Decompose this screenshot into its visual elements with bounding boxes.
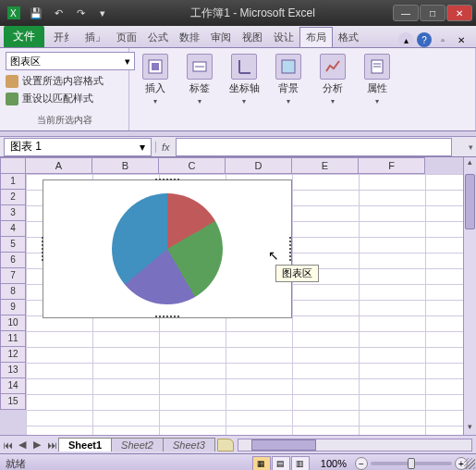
- row-header[interactable]: 4: [0, 221, 26, 237]
- undo-icon[interactable]: ↶: [48, 4, 68, 22]
- pie-chart[interactable]: [112, 193, 223, 304]
- tab-home[interactable]: 开纟: [48, 28, 79, 47]
- embedded-chart[interactable]: [43, 179, 292, 318]
- scroll-down-icon[interactable]: ▾: [464, 422, 476, 435]
- window-close-icon[interactable]: ✕: [454, 32, 469, 47]
- fx-icon[interactable]: fx: [155, 142, 176, 153]
- reset-style-button[interactable]: 重设以匹配样式: [6, 92, 123, 105]
- row-header[interactable]: 3: [0, 205, 26, 221]
- chart-element-selector[interactable]: 图表区 ▾: [6, 52, 135, 70]
- scroll-up-icon[interactable]: ▴: [464, 157, 476, 170]
- zoom-percent[interactable]: 100%: [321, 458, 347, 469]
- tab-insert[interactable]: 插」: [79, 28, 111, 47]
- tab-layout[interactable]: 布局: [299, 27, 333, 47]
- ribbon-body: 图表区 ▾ 设置所选内容格式 重设以匹配样式 当前所选内容 插入▾ 标签▾ 坐标…: [0, 48, 476, 131]
- col-header[interactable]: B: [92, 157, 159, 174]
- axes-button[interactable]: 坐标轴▾: [224, 52, 264, 107]
- titlebar: X 💾 ↶ ↷ ▾ 工作簿1 - Microsoft Excel — □ ✕: [0, 0, 476, 26]
- col-header[interactable]: D: [226, 157, 292, 174]
- window-buttons: — □ ✕: [393, 5, 472, 21]
- tab-data[interactable]: 数排: [174, 28, 205, 47]
- maximize-button[interactable]: □: [420, 5, 445, 21]
- col-header[interactable]: C: [159, 157, 226, 174]
- quick-access-toolbar: X 💾 ↶ ↷ ▾: [4, 4, 113, 22]
- tab-design[interactable]: 设让: [268, 28, 299, 47]
- reset-icon: [6, 93, 18, 105]
- zoom-out-button[interactable]: −: [355, 457, 368, 470]
- svg-rect-8: [282, 60, 295, 73]
- sheet-tab[interactable]: Sheet2: [111, 438, 164, 451]
- row-header[interactable]: 5: [0, 237, 26, 253]
- row-header[interactable]: 7: [0, 268, 26, 284]
- tab-format[interactable]: 格式: [333, 28, 364, 47]
- caret-icon: ▾: [287, 97, 290, 105]
- new-sheet-button[interactable]: [217, 439, 234, 451]
- view-normal-button[interactable]: ▦: [252, 456, 271, 470]
- format-selection-label: 设置所选内容格式: [22, 74, 104, 88]
- view-pagebreak-button[interactable]: ▥: [291, 456, 310, 470]
- vertical-scrollbar[interactable]: ▴ ▾: [463, 157, 476, 435]
- tab-review[interactable]: 审阅: [205, 28, 237, 47]
- row-header[interactable]: 14: [0, 378, 26, 394]
- resize-handle[interactable]: [155, 179, 179, 182]
- help-icon[interactable]: ?: [417, 32, 432, 47]
- row-header[interactable]: 11: [0, 331, 26, 347]
- sheet-nav-prev-icon[interactable]: ◀: [15, 438, 30, 452]
- zoom-slider[interactable]: [371, 462, 452, 465]
- resize-grip-icon[interactable]: [464, 458, 475, 469]
- resize-handle[interactable]: [155, 315, 179, 319]
- worksheet-grid: A B C D E F 1 2 3 4 5 6 7 8 9 10 11 12 1…: [0, 157, 476, 435]
- col-header[interactable]: E: [292, 157, 359, 174]
- excel-icon[interactable]: X: [4, 4, 24, 22]
- scroll-thumb[interactable]: [465, 174, 475, 229]
- window-restore-icon[interactable]: ▫: [435, 32, 450, 47]
- properties-button[interactable]: 属性▾: [357, 52, 397, 107]
- tab-formulas[interactable]: 公式: [142, 28, 174, 47]
- name-box[interactable]: 图表 1 ▾: [4, 138, 152, 156]
- row-header[interactable]: 1: [0, 174, 26, 190]
- insert-button[interactable]: 插入▾: [135, 52, 176, 107]
- caret-icon: ▾: [242, 97, 246, 105]
- tab-pagelayout[interactable]: 页面: [111, 28, 142, 47]
- sheet-tab-active[interactable]: Sheet1: [58, 438, 112, 451]
- row-header[interactable]: 13: [0, 363, 26, 378]
- close-button[interactable]: ✕: [446, 5, 472, 21]
- col-header[interactable]: A: [26, 157, 92, 174]
- resize-handle[interactable]: [289, 237, 293, 261]
- axes-icon: [231, 54, 257, 80]
- col-header[interactable]: F: [359, 157, 425, 174]
- zoom-thumb[interactable]: [408, 458, 415, 469]
- formula-input[interactable]: [176, 138, 452, 156]
- labels-button[interactable]: 标签▾: [179, 52, 220, 107]
- row-header[interactable]: 9: [0, 300, 26, 315]
- background-button[interactable]: 背景▾: [268, 52, 309, 107]
- caret-icon: ▾: [331, 97, 335, 105]
- select-all-corner[interactable]: [0, 157, 26, 174]
- sheet-nav-last-icon[interactable]: ⏭: [44, 438, 59, 452]
- redo-icon[interactable]: ↷: [70, 4, 91, 22]
- save-icon[interactable]: 💾: [26, 4, 46, 22]
- view-pagelayout-button[interactable]: ▤: [272, 456, 290, 470]
- horizontal-scrollbar[interactable]: [238, 439, 472, 451]
- scroll-thumb[interactable]: [251, 439, 316, 451]
- analysis-button[interactable]: 分析▾: [312, 52, 353, 107]
- row-header[interactable]: 8: [0, 284, 26, 300]
- minimize-ribbon-icon[interactable]: ▴: [398, 32, 413, 47]
- tab-view[interactable]: 视图: [237, 28, 268, 47]
- chart-element-selector-value: 图表区: [10, 55, 41, 68]
- row-header[interactable]: 12: [0, 347, 26, 363]
- format-selection-button[interactable]: 设置所选内容格式: [6, 74, 123, 88]
- resize-handle[interactable]: [42, 237, 45, 261]
- cells[interactable]: ↖ 图表区: [26, 174, 463, 435]
- sheet-nav-next-icon[interactable]: ▶: [30, 438, 44, 452]
- minimize-button[interactable]: —: [393, 5, 419, 21]
- sheet-nav-first-icon[interactable]: ⏮: [0, 438, 15, 452]
- file-tab[interactable]: 文件: [4, 26, 44, 47]
- row-header[interactable]: 15: [0, 394, 26, 410]
- row-header[interactable]: 6: [0, 253, 26, 268]
- sheet-tab[interactable]: Sheet3: [163, 438, 215, 451]
- qat-dropdown-icon[interactable]: ▾: [92, 4, 113, 22]
- row-header[interactable]: 2: [0, 190, 26, 205]
- formula-expand-icon[interactable]: ▾: [465, 137, 476, 157]
- row-header[interactable]: 10: [0, 315, 26, 331]
